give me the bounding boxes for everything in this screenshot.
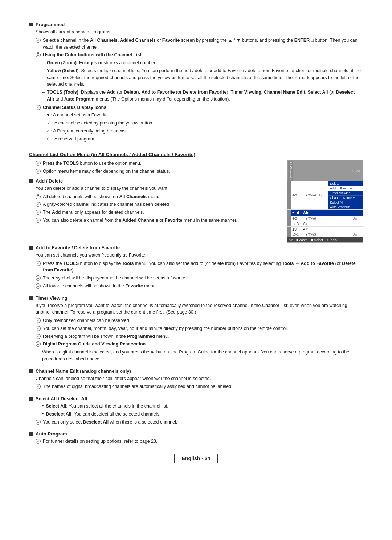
- tv-dot-8: ⊙: [291, 222, 296, 226]
- tv-cell-1-ch: 4-2: [291, 193, 304, 197]
- tv-header-info: 2 Air: [293, 169, 362, 173]
- ad-note-1: ∅ All deleted channels will be shown on …: [36, 193, 279, 200]
- programmed-note-1-text: Select a channel in the All Channels, Ad…: [43, 37, 363, 51]
- tv-note-1: ∅ Only memorized channels can be reserve…: [36, 317, 363, 324]
- dash-c1: –: [42, 112, 45, 119]
- ap-note-1-text: For further details on setting up option…: [43, 438, 157, 445]
- tv-footer-air: Air: [289, 238, 293, 242]
- dash-c2: –: [42, 120, 45, 127]
- cl-note-1: ∅ Press the TOOLS button to use the opti…: [36, 160, 279, 167]
- cl-note-2: ∅ Option menu items may differ depending…: [36, 168, 279, 175]
- tv-footer: Air ■ Zoom ■ Select ♪ Tools: [287, 237, 363, 242]
- tv-footer-zoom: ■ Zoom: [296, 238, 307, 242]
- tv-note-1-text: Only memorized channels can be reserved.: [43, 317, 130, 324]
- add-fav-title: Add to Favorite / Delete from Favorite: [36, 245, 120, 250]
- channel-status-title: Channel Status Display Icons: [43, 104, 106, 111]
- timer-viewing-section: Timer Viewing If you reserve a program y…: [29, 295, 363, 363]
- dash-c4: –: [42, 136, 45, 143]
- af-note-3: ∅ All favorite channels will be shown in…: [36, 283, 363, 290]
- left-column: ∅ Press the TOOLS button to use the opti…: [29, 160, 279, 243]
- tv-preview-panel: All Channels 2 Air 4-2 ▼TV#6 Air Delete: [287, 160, 363, 243]
- cl-note-1-text: Press the TOOLS button to use the option…: [43, 160, 141, 167]
- menu-timer: Timer Viewing: [328, 191, 363, 196]
- footer-text: English - 24: [182, 455, 211, 461]
- add-fav-header: Add to Favorite / Delete from Favorite: [29, 245, 363, 250]
- dash-green-text: Green (Zoom): Enlarges or shrinks a chan…: [47, 60, 156, 66]
- cne-body: Channels can labeled so that their call …: [36, 375, 363, 382]
- footer-label: English - 24: [174, 454, 218, 463]
- dash-green: – Green (Zoom): Enlarges or shrinks a ch…: [42, 60, 363, 66]
- tv-cell-3-type: ▼TV#6: [304, 216, 352, 221]
- tv-preview: All Channels 2 Air 4-2 ▼TV#6 Air Delete: [287, 160, 363, 243]
- digital-note: ∅ Digital Program Guide and Viewing Rese…: [36, 341, 363, 348]
- sa-header: Select All / Deselect All: [29, 396, 363, 401]
- add-delete-header: Add / Delete: [29, 178, 279, 184]
- dot-2: •: [42, 411, 44, 418]
- programmed-note-2: ∅ Using the Color buttons with the Chann…: [36, 52, 363, 58]
- dash-yellow-text: Yellow (Select): Selects multiple channe…: [47, 68, 363, 88]
- tv-cell-6-type: ▼TV#3: [304, 232, 352, 237]
- ad-note-4-text: You can also delete a channel from the A…: [43, 217, 237, 224]
- programmed-section: Programmed Shows all current reserved Pr…: [29, 22, 363, 142]
- tv-note-icon-1: ∅: [36, 318, 41, 323]
- bullet-programmed: [29, 23, 33, 26]
- add-favorite-section: Add to Favorite / Delete from Favorite Y…: [29, 245, 363, 290]
- status-icon-clock: – ⊙ : A reserved program: [42, 136, 363, 143]
- cl-note-2-text: Option menu items may differ depending o…: [43, 168, 170, 175]
- cne-note-1: ∅ The names of digital broadcasting chan…: [36, 383, 363, 390]
- status-heart-text: ♥ : A channel set as a Favorite.: [47, 112, 109, 119]
- channel-name-edit-section: Channel Name Edit (analog channels only)…: [29, 368, 363, 390]
- programmed-note-1: ∅ Select a channel in the All Channels, …: [36, 37, 363, 51]
- tv-air-13: Air: [302, 227, 363, 232]
- select-all-section: Select All / Deselect All • Select All: …: [29, 396, 363, 425]
- note-icon-3: ∅: [36, 105, 41, 110]
- ad-note-3-text: The Add menu only appears for deleted ch…: [43, 209, 144, 216]
- ad-note-icon-4: ∅: [36, 218, 41, 223]
- programmed-note-2-text: Using the Color buttons with the Channel…: [43, 52, 142, 58]
- tv-cell-3-air: Air: [352, 216, 363, 221]
- digital-note-icon: ∅: [36, 341, 41, 347]
- tv-cell-1-air: Air: [318, 193, 328, 197]
- sa-note-icon-1: ∅: [36, 420, 41, 425]
- tv-cell-6-air: Air: [352, 232, 363, 237]
- cne-header: Channel Name Edit (analog channels only): [29, 368, 363, 374]
- ad-note-2-text: A gray-colored channel indicates the cha…: [43, 201, 171, 208]
- cl-note-icon-1: ∅: [36, 161, 41, 166]
- bullet-ap: [29, 432, 33, 436]
- af-note-icon-2: ∅: [36, 275, 41, 281]
- sa-note-1-text: You can only select Deselect All when th…: [43, 419, 177, 426]
- tv-num-4: 4: [296, 210, 302, 216]
- ad-note-icon-2: ∅: [36, 202, 41, 207]
- dot-1: •: [42, 403, 44, 410]
- sa-select-all-text: Select All: You can select all the chann…: [46, 403, 168, 410]
- tv-header-ch: 2: [352, 169, 354, 173]
- programmed-title: Programmed: [36, 22, 65, 27]
- menu-select-all: Select All: [328, 200, 363, 205]
- bullet-add-fav: [29, 246, 33, 250]
- ad-note-icon-1: ∅: [36, 194, 41, 199]
- ap-note-1: ∅ For further details on setting up opti…: [36, 438, 363, 445]
- status-house-text: ⌂ : A Program currently being broadcast.: [47, 128, 128, 135]
- cne-note-1-text: The names of digital broadcasting channe…: [43, 383, 233, 390]
- af-note-icon-1: ∅: [36, 261, 41, 266]
- programmed-header: Programmed: [29, 22, 363, 27]
- tv-note-3-text: Reserving a program will be shown in the…: [43, 333, 169, 340]
- status-check-text: ✓ : A channel selected by pressing the y…: [47, 120, 154, 127]
- dash-yellow: – Yellow (Select): Selects multiple chan…: [42, 68, 363, 88]
- menu-ch-name: Channel Name Edit: [328, 196, 363, 200]
- menu-add-fav: Add to Favorite: [328, 186, 363, 191]
- ad-note-4: ∅ You can also delete a channel from the…: [36, 217, 279, 224]
- programmed-body: Shows all current reserved Programs.: [36, 29, 363, 36]
- ap-title: Auto Program: [36, 431, 67, 437]
- af-note-2: ∅ The ♥ symbol will be displayed and the…: [36, 275, 363, 282]
- channel-status-note: ∅ Channel Status Display Icons: [36, 104, 363, 111]
- timer-title: Timer Viewing: [36, 295, 68, 301]
- tv-note-icon-3: ∅: [36, 334, 41, 339]
- tv-fav-icon: ♥: [291, 210, 296, 215]
- dash-char-3: –: [42, 89, 45, 96]
- sa-deselect-all: • Deselect All: You can deselect all the…: [42, 411, 363, 418]
- add-delete-section: Add / Delete You can delete or add a cha…: [29, 178, 279, 224]
- tv-cell-1-type: ▼TV#6: [304, 193, 318, 197]
- note-icon-2: ∅: [36, 52, 41, 57]
- page-content: Programmed Shows all current reserved Pr…: [0, 0, 392, 478]
